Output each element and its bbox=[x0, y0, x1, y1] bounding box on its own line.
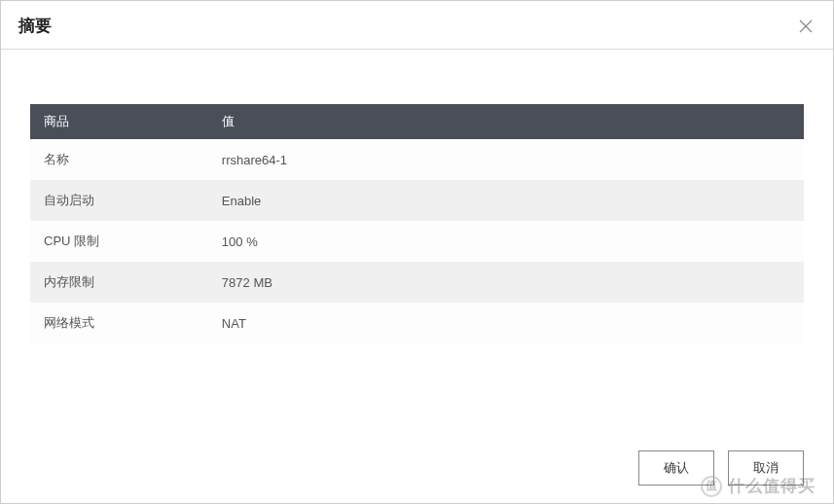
ok-button[interactable]: 确认 bbox=[638, 450, 714, 486]
dialog-header: 摘要 bbox=[1, 1, 833, 50]
row-label: 网络模式 bbox=[30, 303, 208, 343]
summary-table: 商品 值 名称 rrshare64-1 自动启动 Enable CPU 限制 1… bbox=[30, 104, 804, 343]
dialog-footer: 确认 取消 bbox=[1, 437, 833, 503]
close-icon[interactable] bbox=[796, 17, 816, 36]
row-value: Enable bbox=[208, 180, 804, 221]
row-label: 自动启动 bbox=[30, 180, 208, 221]
row-label: 名称 bbox=[30, 139, 208, 180]
table-row: 网络模式 NAT bbox=[30, 303, 804, 343]
table-row: 名称 rrshare64-1 bbox=[30, 139, 804, 180]
row-value: rrshare64-1 bbox=[208, 139, 804, 180]
row-value: 7872 MB bbox=[208, 262, 804, 303]
table-row: 自动启动 Enable bbox=[30, 180, 804, 221]
table-row: CPU 限制 100 % bbox=[30, 221, 804, 262]
table-header-value: 值 bbox=[208, 104, 804, 139]
cancel-button[interactable]: 取消 bbox=[728, 450, 804, 486]
dialog-body: 商品 值 名称 rrshare64-1 自动启动 Enable CPU 限制 1… bbox=[1, 50, 833, 437]
row-label: 内存限制 bbox=[30, 262, 208, 303]
summary-dialog: 摘要 商品 值 名称 rrshare64-1 自动启动 Enable bbox=[0, 0, 834, 504]
table-row: 内存限制 7872 MB bbox=[30, 262, 804, 303]
row-value: 100 % bbox=[208, 221, 804, 262]
table-header-product: 商品 bbox=[30, 104, 208, 139]
row-label: CPU 限制 bbox=[30, 221, 208, 262]
table-header-row: 商品 值 bbox=[30, 104, 804, 139]
row-value: NAT bbox=[208, 303, 804, 343]
dialog-title: 摘要 bbox=[18, 15, 52, 37]
